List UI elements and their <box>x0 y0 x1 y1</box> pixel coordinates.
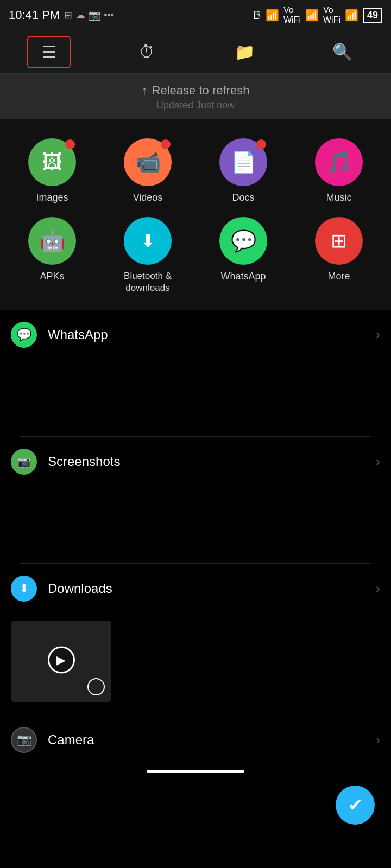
videos-badge <box>161 139 171 149</box>
category-music[interactable]: 🎵 Music <box>291 132 387 210</box>
category-bluetooth-downloads[interactable]: ⬇ Bluetooth &downloads <box>100 210 195 301</box>
downloads-section-label: Downloads <box>48 581 376 596</box>
search-button[interactable]: 🔍 <box>320 36 364 68</box>
videos-circle: 📹 <box>124 138 172 186</box>
more-circle: ⊞ <box>315 217 363 265</box>
hash-icon: ⊞ <box>64 9 72 21</box>
category-grid: 🖼 Images 📹 Videos 📄 Docs 🎵 Music 🤖 APKs <box>0 119 391 310</box>
vo-wifi-icon: VoWiFi <box>283 5 301 25</box>
apks-circle: 🤖 <box>28 217 76 265</box>
more-label: More <box>327 270 350 283</box>
screenshots-chevron-icon: › <box>376 454 380 469</box>
docs-badge <box>256 139 266 149</box>
bottom-bar <box>0 770 391 777</box>
camera-chevron-icon: › <box>376 732 380 748</box>
category-apks[interactable]: 🤖 APKs <box>4 210 100 301</box>
signal2-icon: 📶 <box>305 9 319 22</box>
whatsapp-icon: 💬 <box>231 229 256 253</box>
apks-label: APKs <box>40 270 64 283</box>
refresh-banner: ↑ Release to refresh Updated Just now <box>0 74 391 119</box>
dots-icon: ••• <box>104 10 114 21</box>
history-button[interactable]: ⏱ <box>125 36 168 68</box>
signal-icon: 📶 <box>266 9 279 22</box>
camera-section-label: Camera <box>48 732 376 748</box>
more-icon: ⊞ <box>331 229 347 252</box>
camera-icon: 📷 <box>89 9 100 21</box>
music-icon: 🎵 <box>326 150 352 174</box>
downloads-thumbnail-area: ▶ <box>0 614 391 715</box>
images-icon: 🖼 <box>42 151 62 174</box>
docs-icon: 📄 <box>231 150 256 174</box>
bluetooth-icon: 𝔹 <box>253 9 261 22</box>
whatsapp-circle: 💬 <box>219 217 267 265</box>
history-icon: ⏱ <box>138 43 155 61</box>
section-camera[interactable]: 📷 Camera › <box>0 715 391 765</box>
whatsapp-content <box>0 360 391 436</box>
downloads-section-icon: ⬇ <box>11 576 37 602</box>
category-whatsapp[interactable]: 💬 WhatsApp <box>195 210 291 301</box>
cloud-icon: ☁ <box>75 9 85 21</box>
circle-indicator <box>87 678 105 695</box>
screenshots-section-icon: 📷 <box>11 449 37 475</box>
search-icon: 🔍 <box>332 42 352 61</box>
refresh-subtext: Updated Just now <box>0 100 391 111</box>
wifi-icon: 📶 <box>345 9 358 22</box>
camera-section-icon: 📷 <box>11 727 37 753</box>
section-downloads[interactable]: ⬇ Downloads › <box>0 564 391 614</box>
status-time-area: 10:41 PM ⊞ ☁ 📷 ••• <box>9 8 114 22</box>
time-display: 10:41 PM <box>9 8 60 22</box>
whatsapp-section-label: WhatsApp <box>48 327 376 342</box>
refresh-text: ↑ Release to refresh <box>0 84 391 98</box>
status-bar: 10:41 PM ⊞ ☁ 📷 ••• 𝔹 📶 VoWiFi 📶 VoWiFi 📶… <box>0 0 391 30</box>
folder-button[interactable]: 📁 <box>223 36 266 68</box>
fab-button[interactable]: ✔ <box>336 786 375 825</box>
docs-label: Docs <box>232 192 254 204</box>
whatsapp-label: WhatsApp <box>220 270 266 283</box>
images-label: Images <box>36 192 68 204</box>
category-more[interactable]: ⊞ More <box>291 210 387 301</box>
category-images[interactable]: 🖼 Images <box>4 132 100 210</box>
camera-section-glyph: 📷 <box>17 733 31 747</box>
screenshots-content <box>0 487 391 563</box>
videos-icon: 📹 <box>135 150 161 174</box>
refresh-arrow-icon: ↑ <box>142 84 148 98</box>
apks-icon: 🤖 <box>40 229 65 253</box>
section-whatsapp[interactable]: 💬 WhatsApp › <box>0 310 391 360</box>
category-videos[interactable]: 📹 Videos <box>100 132 195 210</box>
play-button[interactable]: ▶ <box>48 646 75 673</box>
home-indicator[interactable] <box>147 770 244 773</box>
top-nav-bar: ☰ ⏱ 📁 🔍 <box>0 30 391 74</box>
fab-icon: ✔ <box>348 795 363 815</box>
menu-button[interactable]: ☰ <box>27 36 71 68</box>
images-badge <box>65 139 75 149</box>
music-circle: 🎵 <box>315 138 363 186</box>
category-docs[interactable]: 📄 Docs <box>195 132 291 210</box>
bluetooth-downloads-label: Bluetooth &downloads <box>124 270 172 294</box>
vo-wifi2-icon: VoWiFi <box>323 5 340 25</box>
battery-display: 49 <box>363 8 382 23</box>
hamburger-icon: ☰ <box>42 42 56 61</box>
screenshots-section-glyph: 📷 <box>17 455 31 468</box>
downloads-chevron-icon: › <box>376 581 380 596</box>
section-screenshots[interactable]: 📷 Screenshots › <box>0 437 391 487</box>
videos-label: Videos <box>133 192 163 204</box>
downloads-section-glyph: ⬇ <box>19 582 29 596</box>
status-indicators: 𝔹 📶 VoWiFi 📶 VoWiFi 📶 49 <box>253 5 382 25</box>
docs-circle: 📄 <box>219 138 267 186</box>
notification-icons: ⊞ ☁ 📷 ••• <box>64 9 114 21</box>
video-thumbnail[interactable]: ▶ <box>11 621 111 702</box>
whatsapp-section-icon: 💬 <box>11 322 37 348</box>
screenshots-section-label: Screenshots <box>48 454 376 469</box>
images-circle: 🖼 <box>28 138 76 186</box>
folder-icon: 📁 <box>235 42 255 61</box>
bluetooth-circle: ⬇ <box>124 217 172 265</box>
bluetooth-downloads-icon: ⬇ <box>141 231 155 251</box>
whatsapp-section-glyph: 💬 <box>17 328 31 342</box>
music-label: Music <box>326 192 351 204</box>
whatsapp-chevron-icon: › <box>376 327 380 342</box>
